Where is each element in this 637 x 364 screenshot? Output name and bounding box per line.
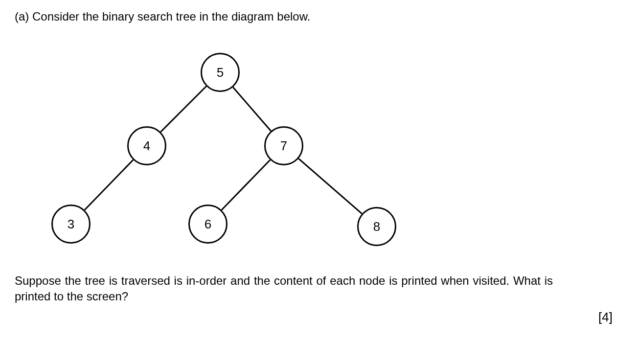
tree-node-label: 4 [143,138,150,154]
tree-node-label: 7 [280,138,287,154]
tree-node-6: 6 [188,205,228,244]
tree-node-3: 3 [51,205,91,244]
tree-edge [298,159,362,214]
tree-node-label: 5 [217,65,224,80]
tree-node-7: 7 [264,126,303,165]
tree-node-8: 8 [357,207,396,246]
tree-node-label: 3 [68,217,74,232]
tree-diagram: 547368 [34,43,426,253]
tree-edge [222,160,270,210]
tree-edge [85,160,133,210]
tree-node-5: 5 [201,53,240,92]
intro-text: Consider the binary search tree in the d… [32,10,310,23]
follow-up-text: Suppose the tree is traversed is in-orde… [15,273,553,305]
tree-node-label: 6 [205,217,211,232]
tree-edge [233,87,271,131]
part-label: (a) [15,10,29,23]
tree-node-4: 4 [127,126,166,165]
tree-node-label: 8 [373,219,380,234]
question-intro: (a) Consider the binary search tree in t… [15,10,622,23]
marks-label: [4] [15,310,622,325]
tree-edge [160,86,206,132]
